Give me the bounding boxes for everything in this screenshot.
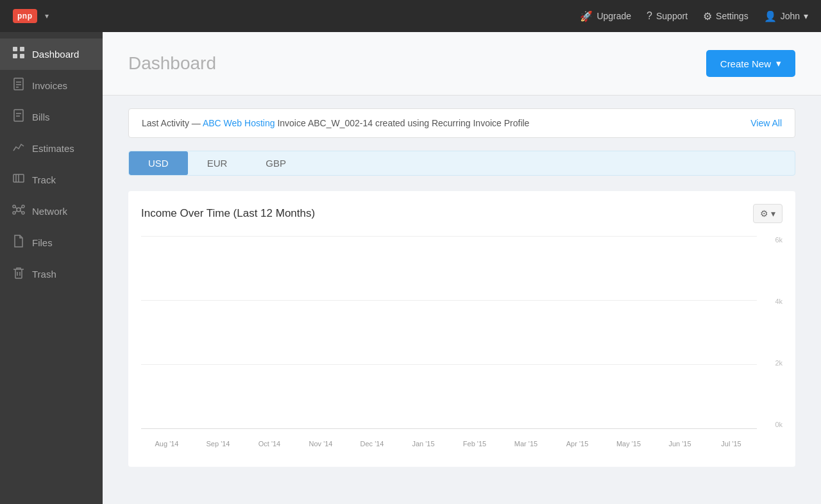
sidebar-item-network[interactable]: Network bbox=[0, 196, 103, 227]
svg-rect-0 bbox=[13, 47, 17, 51]
y-label-4k: 4k bbox=[775, 298, 783, 305]
bar-label: Dec '14 bbox=[360, 440, 384, 448]
dashboard-content: Last Activity — ABC Web Hosting Invoice … bbox=[103, 96, 821, 480]
svg-point-15 bbox=[13, 205, 15, 208]
bar-label: Apr '15 bbox=[566, 440, 589, 448]
activity-text: Last Activity — ABC Web Hosting Invoice … bbox=[142, 118, 529, 128]
svg-rect-1 bbox=[20, 47, 24, 51]
user-chevron-icon: ▾ bbox=[804, 11, 808, 21]
network-icon bbox=[12, 203, 26, 219]
settings-icon: ⚙ bbox=[703, 10, 712, 22]
main-content: Dashboard Create New ▾ Last Activity — A… bbox=[103, 32, 821, 504]
bar-label: Aug '14 bbox=[155, 440, 179, 448]
bar-label: Jul '15 bbox=[721, 440, 741, 448]
bar-label: Sep '14 bbox=[207, 440, 230, 448]
support-icon: ? bbox=[647, 10, 652, 22]
tab-gbp[interactable]: GBP bbox=[246, 151, 305, 175]
user-icon: 👤 bbox=[764, 10, 777, 22]
sidebar-track-label: Track bbox=[32, 174, 56, 185]
settings-button[interactable]: ⚙ Settings bbox=[703, 10, 749, 22]
support-label: Support bbox=[656, 11, 688, 21]
logo-badge: pnp bbox=[13, 9, 37, 23]
activity-link[interactable]: ABC Web Hosting bbox=[203, 118, 275, 128]
svg-rect-4 bbox=[14, 78, 23, 90]
chart-settings-chevron-icon: ▾ bbox=[771, 208, 775, 219]
activity-suffix-text: Invoice ABC_W_002-14 created using Recur… bbox=[277, 118, 529, 128]
support-button[interactable]: ? Support bbox=[647, 10, 688, 22]
page-title: Dashboard bbox=[128, 53, 216, 74]
sidebar-item-trash[interactable]: Trash bbox=[0, 258, 103, 290]
track-icon bbox=[12, 172, 26, 188]
bar-label: Nov '14 bbox=[309, 440, 333, 448]
sidebar-item-estimates[interactable]: Estimates bbox=[0, 133, 103, 164]
user-menu[interactable]: 👤 John ▾ bbox=[764, 10, 808, 22]
bar-label: May '15 bbox=[616, 440, 641, 448]
sidebar-item-files[interactable]: Files bbox=[0, 227, 103, 258]
bar-label: Jun '15 bbox=[668, 440, 691, 448]
chart-settings-button[interactable]: ⚙ ▾ bbox=[753, 204, 783, 223]
create-new-label: Create New bbox=[720, 58, 771, 69]
page-header: Dashboard Create New ▾ bbox=[103, 32, 821, 96]
bar-label: Feb '15 bbox=[463, 440, 486, 448]
logo-area: pnp ▾ bbox=[13, 9, 49, 23]
bar-label: Jan '15 bbox=[412, 440, 434, 448]
upgrade-icon: 🚀 bbox=[580, 10, 593, 22]
bar-chart-container: 6k 4k 2k 0k bbox=[141, 236, 783, 454]
svg-line-22 bbox=[20, 210, 22, 212]
svg-point-18 bbox=[22, 212, 24, 214]
settings-label: Settings bbox=[716, 11, 749, 21]
sidebar-network-label: Network bbox=[32, 206, 67, 217]
chart-header: Income Over Time (Last 12 Months) ⚙ ▾ bbox=[141, 204, 783, 223]
svg-rect-8 bbox=[14, 110, 23, 121]
svg-rect-3 bbox=[20, 54, 24, 58]
chart-settings-icon: ⚙ bbox=[760, 208, 768, 219]
sidebar-dashboard-label: Dashboard bbox=[32, 49, 79, 60]
sidebar-item-dashboard[interactable]: Dashboard bbox=[0, 38, 103, 70]
create-new-chevron-icon: ▾ bbox=[776, 58, 781, 69]
chart-section: Income Over Time (Last 12 Months) ⚙ ▾ 6k… bbox=[128, 191, 795, 467]
y-label-0k: 0k bbox=[775, 421, 783, 428]
svg-line-19 bbox=[15, 207, 17, 209]
svg-point-16 bbox=[22, 205, 24, 208]
view-all-link[interactable]: View All bbox=[750, 118, 782, 128]
bills-icon bbox=[12, 109, 26, 125]
files-icon bbox=[12, 235, 26, 251]
estimates-icon bbox=[12, 140, 26, 156]
topnav-actions: 🚀 Upgrade ? Support ⚙ Settings 👤 John ▾ bbox=[580, 10, 808, 22]
dashboard-icon bbox=[12, 46, 26, 62]
tab-eur[interactable]: EUR bbox=[188, 151, 247, 175]
currency-tabs: USD EUR GBP bbox=[128, 151, 795, 176]
sidebar-item-invoices[interactable]: Invoices bbox=[0, 70, 103, 101]
activity-bar: Last Activity — ABC Web Hosting Invoice … bbox=[128, 108, 795, 138]
y-label-2k: 2k bbox=[775, 359, 783, 367]
svg-point-17 bbox=[13, 212, 15, 214]
y-label-6k: 6k bbox=[775, 236, 783, 244]
sidebar-invoices-label: Invoices bbox=[32, 80, 67, 91]
sidebar-trash-label: Trash bbox=[32, 269, 56, 280]
trash-icon bbox=[12, 266, 26, 282]
tab-usd[interactable]: USD bbox=[129, 151, 188, 175]
chart-title: Income Over Time (Last 12 Months) bbox=[141, 207, 315, 220]
sidebar-item-bills[interactable]: Bills bbox=[0, 101, 103, 133]
svg-rect-2 bbox=[13, 54, 17, 58]
svg-line-21 bbox=[15, 210, 17, 212]
sidebar-item-track[interactable]: Track bbox=[0, 164, 103, 196]
top-navigation: pnp ▾ 🚀 Upgrade ? Support ⚙ Settings 👤 J… bbox=[0, 0, 821, 32]
upgrade-label: Upgrade bbox=[597, 11, 631, 21]
sidebar: Dashboard Invoices Bills Estimates Track bbox=[0, 32, 103, 504]
activity-prefix: Last Activity — bbox=[142, 118, 201, 128]
sidebar-estimates-label: Estimates bbox=[32, 143, 74, 154]
bar-label: Oct '14 bbox=[258, 440, 281, 448]
logo-chevron-icon[interactable]: ▾ bbox=[45, 12, 49, 21]
upgrade-button[interactable]: 🚀 Upgrade bbox=[580, 10, 631, 22]
invoices-icon bbox=[12, 78, 26, 94]
sidebar-bills-label: Bills bbox=[32, 112, 50, 122]
sidebar-files-label: Files bbox=[32, 237, 53, 248]
create-new-button[interactable]: Create New ▾ bbox=[706, 50, 795, 77]
bar-label: Mar '15 bbox=[514, 440, 537, 448]
user-label: John bbox=[781, 11, 800, 21]
svg-line-20 bbox=[20, 207, 22, 209]
